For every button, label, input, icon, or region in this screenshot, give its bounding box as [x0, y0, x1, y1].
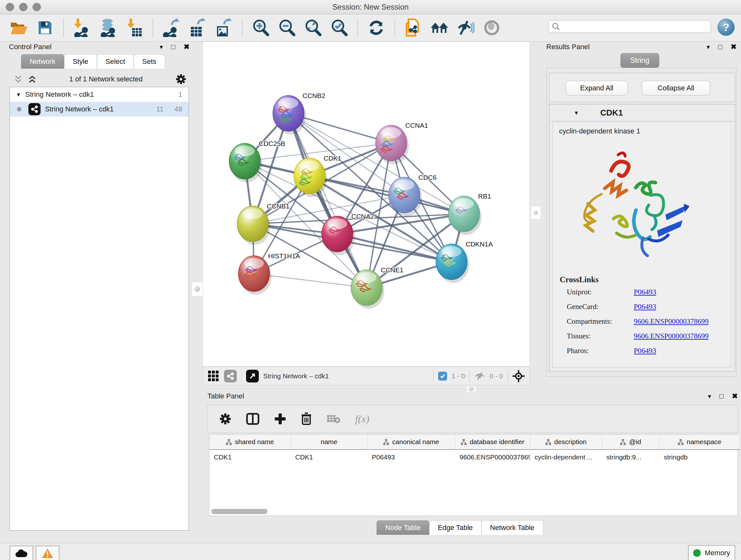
crosslink-link[interactable]: P06493: [634, 347, 656, 355]
network-list: ▾ String Network – cdk1 1 String Network…: [10, 87, 189, 531]
collection-expander-icon[interactable]: ▾: [17, 91, 20, 98]
collapse-all-button[interactable]: Collapse All: [642, 81, 710, 96]
node-CCNB1[interactable]: CCNB1: [237, 202, 289, 245]
delete-table-icon[interactable]: [327, 414, 340, 424]
left-splitter-handle[interactable]: [192, 282, 203, 296]
crosslink-link[interactable]: P06493: [634, 288, 656, 296]
right-splitter-handle[interactable]: [531, 206, 541, 219]
export-table-button[interactable]: [188, 18, 207, 37]
crosshair-icon[interactable]: [512, 370, 525, 382]
expand-all-button[interactable]: Expand All: [566, 81, 628, 96]
network-canvas[interactable]: CCNB2CCNA1CDC25BCDK1CDC6RB1CCNB1CCNA2CDK…: [203, 42, 530, 367]
tab-style[interactable]: Style: [64, 54, 97, 69]
tab-network-table[interactable]: Network Table: [482, 520, 543, 535]
table-row[interactable]: CDK1CDK1P064939606.ENSP00000378699cyclin…: [209, 449, 740, 464]
tab-network[interactable]: Network: [21, 54, 64, 69]
tab-node-table[interactable]: Node Table: [377, 520, 429, 535]
refresh-button[interactable]: [367, 18, 386, 37]
table-cell[interactable]: stringdb:9...: [602, 449, 659, 464]
import-network-button[interactable]: [73, 18, 91, 37]
zoom-in-button[interactable]: [252, 18, 270, 37]
columns-icon[interactable]: [246, 413, 259, 425]
close-panel-icon[interactable]: ✖: [732, 392, 738, 400]
crosslink-link[interactable]: P06493: [634, 303, 656, 311]
memory-button[interactable]: Memory: [688, 545, 735, 560]
hidden-eye-icon[interactable]: [474, 371, 485, 381]
network-row-selected[interactable]: String Network – cdk1 11 48: [10, 102, 189, 117]
node-RB1[interactable]: RB1: [448, 192, 491, 235]
table-cell[interactable]: cyclin-dependent ...: [530, 449, 602, 464]
entry-expander-icon[interactable]: ▾: [575, 110, 578, 116]
crosslink-link[interactable]: 9606.ENSP00000378699: [634, 332, 709, 340]
import-network-from-database-button[interactable]: [99, 18, 118, 37]
table-cell[interactable]: P06493: [367, 449, 455, 464]
open-session-button[interactable]: [10, 18, 28, 37]
gear-icon[interactable]: [176, 74, 186, 84]
table-cell[interactable]: 9606.ENSP00000378699: [455, 449, 530, 464]
function-builder-button[interactable]: f(x): [355, 413, 369, 425]
zoom-selected-button[interactable]: [330, 18, 348, 37]
table-gear-icon[interactable]: [219, 413, 231, 425]
float-panel-icon[interactable]: □: [171, 43, 175, 51]
node-HIST1H1A[interactable]: HIST1H1A: [239, 252, 300, 295]
column-header-name[interactable]: name: [291, 435, 367, 449]
import-table-button[interactable]: [125, 18, 144, 37]
table-hscrollbar-thumb[interactable]: [211, 509, 267, 514]
export-image-button[interactable]: [214, 18, 233, 37]
node-CCNB2[interactable]: CCNB2: [273, 92, 325, 134]
zoom-out-button[interactable]: [278, 18, 296, 37]
tab-select[interactable]: Select: [97, 54, 134, 69]
selected-checkbox[interactable]: [438, 372, 447, 381]
float-panel-icon[interactable]: □: [719, 392, 724, 400]
export-network-button[interactable]: [162, 18, 181, 37]
string-pages-button[interactable]: [404, 18, 422, 37]
panel-menu-icon[interactable]: ▾: [706, 44, 710, 50]
column-header-description[interactable]: description: [530, 435, 602, 449]
hide-eye-button[interactable]: [456, 18, 475, 37]
warning-button[interactable]: [36, 546, 59, 560]
network-collection-row[interactable]: ▾ String Network – cdk1 1: [10, 87, 189, 102]
horizontal-splitter-handle[interactable]: [467, 386, 476, 392]
detach-view-button[interactable]: [246, 370, 259, 382]
node-CDC6[interactable]: CDC6: [389, 174, 436, 216]
search-input[interactable]: [560, 23, 711, 30]
save-session-button[interactable]: [36, 18, 54, 37]
column-header-database-identifier[interactable]: database identifier: [455, 435, 530, 449]
add-column-icon[interactable]: [274, 413, 286, 425]
entry-header[interactable]: ▾ CDK1: [549, 105, 735, 121]
cloud-button[interactable]: [10, 546, 33, 560]
column-header-namespace[interactable]: namespace: [659, 435, 740, 449]
delete-column-icon[interactable]: [301, 413, 312, 425]
export-table-icon: [189, 18, 206, 37]
column-header--id[interactable]: @id: [602, 435, 659, 449]
crosslink-row: Compartments:9606.ENSP00000378699: [567, 317, 731, 326]
node-table[interactable]: shared namenamecanonical namedatabase id…: [209, 434, 738, 516]
crosslink-link[interactable]: 9606.ENSP00000378699: [634, 317, 709, 326]
panel-menu-icon[interactable]: ▾: [159, 44, 163, 50]
expand-all-icon[interactable]: [28, 75, 37, 83]
close-panel-icon[interactable]: ✖: [731, 43, 737, 51]
edge-CCNB2-CCNE1[interactable]: [288, 113, 367, 288]
column-header-canonical-name[interactable]: canonical name: [367, 435, 455, 449]
node-CCNE1[interactable]: CCNE1: [351, 266, 403, 309]
network-graph[interactable]: CCNB2CCNA1CDC25BCDK1CDC6RB1CCNB1CCNA2CDK…: [203, 42, 529, 366]
close-panel-icon[interactable]: ✖: [184, 43, 190, 51]
fit-content-button[interactable]: [304, 18, 322, 37]
tab-edge-table[interactable]: Edge Table: [429, 520, 482, 535]
node-CDKN1A[interactable]: CDKN1A: [436, 240, 493, 283]
eye-sphere-button[interactable]: [482, 18, 501, 37]
table-cell[interactable]: CDK1: [291, 449, 367, 464]
network-view-type-icon[interactable]: [224, 370, 237, 382]
node-CCNA1[interactable]: CCNA1: [376, 122, 428, 164]
grid-view-icon[interactable]: [207, 370, 219, 382]
table-cell[interactable]: CDK1: [209, 449, 291, 464]
float-panel-icon[interactable]: □: [718, 43, 722, 51]
collapse-all-icon[interactable]: [14, 75, 22, 83]
tab-sets[interactable]: Sets: [134, 54, 165, 69]
homes-button[interactable]: [430, 18, 449, 37]
table-cell[interactable]: stringdb: [659, 449, 740, 464]
column-header-shared-name[interactable]: shared name: [209, 435, 291, 449]
results-tab-string[interactable]: String: [620, 53, 659, 68]
help-button[interactable]: ?: [718, 18, 735, 36]
panel-menu-icon[interactable]: ▾: [708, 393, 711, 399]
